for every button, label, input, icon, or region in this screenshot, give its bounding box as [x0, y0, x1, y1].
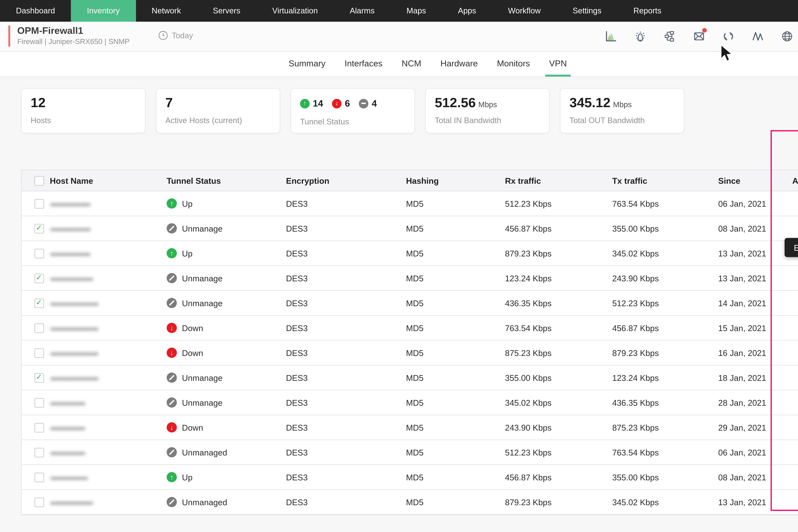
nav-dashboard[interactable]: Dashboard — [0, 0, 71, 22]
row-checkbox[interactable] — [35, 224, 44, 233]
row-checkbox[interactable] — [35, 373, 44, 383]
hashing-cell: MD5 — [406, 340, 505, 365]
tab-summary[interactable]: Summary — [289, 51, 325, 77]
tunnel-status-icon — [167, 397, 177, 407]
nav-servers[interactable]: Servers — [197, 0, 256, 22]
col-tunnel-status[interactable]: Tunnel Status — [167, 170, 286, 191]
host-name[interactable]: ●●●●●●●●●●●●●●●●●● — [50, 374, 97, 382]
nav-virtualization[interactable]: Virtualization — [256, 0, 334, 22]
host-name[interactable]: ●●●●●●●●●●●●●●●●●● — [50, 349, 97, 357]
row-checkbox[interactable] — [35, 274, 44, 283]
host-name[interactable]: ●●●●●●●●●●●●● — [50, 449, 84, 456]
host-name[interactable]: ●●●●●●●●●●●●●●●● — [50, 274, 92, 282]
tunnel-status-label: Unmanage — [182, 224, 222, 233]
tunnel-status-label: Down — [182, 323, 203, 332]
encryption-cell: DES3 — [286, 316, 406, 340]
waveform-icon[interactable] — [751, 30, 764, 43]
row-checkbox[interactable] — [35, 299, 44, 308]
nav-workflow[interactable]: Workflow — [492, 0, 557, 22]
rx-traffic-cell: 512.23 Kbps — [505, 191, 612, 216]
tunnel-status-icon — [167, 198, 177, 209]
tunnel-status-label: Up — [182, 199, 193, 208]
link-icon[interactable] — [722, 30, 735, 43]
select-all-checkbox[interactable] — [35, 176, 44, 186]
tunnel-status-icon — [167, 248, 177, 258]
nav-apps[interactable]: Apps — [442, 0, 492, 22]
tab-ncm[interactable]: NCM — [402, 51, 421, 77]
table-row: ●●●●●●●●●●●●●●●●●● Unmanage DES3 MD5 355… — [22, 365, 798, 390]
row-checkbox[interactable] — [35, 398, 44, 407]
nav-reports[interactable]: Reports — [617, 0, 677, 22]
row-checkbox[interactable] — [35, 249, 44, 258]
since-cell: 28 Jan, 2021 — [718, 390, 792, 415]
globe-icon[interactable] — [781, 30, 794, 43]
row-checkbox[interactable] — [35, 423, 44, 433]
row-checkbox[interactable] — [35, 199, 44, 209]
tab-monitors[interactable]: Monitors — [497, 51, 530, 77]
row-checkbox[interactable] — [35, 473, 44, 482]
col-hashing[interactable]: Hashing — [406, 170, 505, 191]
table-row: ●●●●●●●●●●●●●●● Up DES3 MD5 512.23 Kbps … — [22, 191, 798, 216]
nav-maps[interactable]: Maps — [391, 0, 442, 22]
host-name[interactable]: ●●●●●●●●●●●●●●● — [50, 250, 90, 258]
row-checkbox[interactable] — [35, 323, 44, 333]
device-toolbar — [604, 22, 798, 51]
in-bandwidth-card: 512.56Mbps Total IN Bandwidth — [425, 88, 550, 133]
down-arrow-icon: ↓ — [332, 98, 342, 108]
device-tabbar: Summary Interfaces NCM Hardware Monitors… — [0, 51, 798, 77]
host-name[interactable]: ●●●●●●●●●●●●●●●●●● — [50, 324, 97, 332]
tunnel-status-card: ↑14 ↓6 4 Tunnel Status — [290, 88, 415, 133]
host-name[interactable]: ●●●●●●●●●●●●● — [50, 424, 84, 432]
tunnel-status-label: Up — [182, 472, 193, 482]
tab-interfaces[interactable]: Interfaces — [345, 51, 382, 77]
tab-vpn[interactable]: VPN — [549, 51, 567, 77]
tunnel-status-icon — [167, 472, 177, 482]
col-since[interactable]: Since — [718, 170, 792, 191]
host-name[interactable]: ●●●●●●●●●●●●● — [50, 399, 84, 407]
row-checkbox[interactable] — [35, 497, 44, 507]
active-hosts-label: Active Hosts (current) — [165, 116, 271, 125]
nav-settings[interactable]: Settings — [557, 0, 617, 22]
performance-chart-icon[interactable] — [604, 30, 617, 43]
host-name[interactable]: ●●●●●●●●●●●●●●● — [50, 200, 90, 208]
host-name[interactable]: ●●●●●●●●●●●●●●● — [50, 225, 90, 232]
tx-traffic-cell: 763.54 Kbps — [612, 440, 718, 465]
nav-alarms[interactable]: Alarms — [334, 0, 391, 22]
nav-network[interactable]: Network — [136, 0, 197, 22]
host-name[interactable]: ●●●●●●●●●●●●●●●● — [50, 498, 92, 506]
host-name[interactable]: ●●●●●●●●●●●●●●●●●● — [50, 300, 97, 307]
active-hosts-count: 7 — [165, 95, 271, 110]
out-bandwidth-unit: Mbps — [613, 100, 632, 109]
rx-traffic-cell: 879.23 Kbps — [505, 241, 612, 266]
row-checkbox[interactable] — [35, 348, 44, 358]
rx-traffic-cell: 875.23 Kbps — [505, 340, 612, 365]
tab-hardware[interactable]: Hardware — [440, 51, 478, 77]
topology-icon[interactable] — [663, 30, 676, 43]
hashing-cell: MD5 — [406, 216, 505, 241]
table-row: ●●●●●●●●●●●●●●●●●● Down DES3 MD5 875.23 … — [22, 340, 798, 365]
col-tx-traffic[interactable]: Tx traffic — [612, 170, 718, 191]
encryption-cell: DES3 — [286, 390, 406, 415]
tunnel-status-label: Unmanaged — [182, 448, 227, 457]
col-admin[interactable]: A — [792, 170, 798, 191]
tunnel-status-label: Up — [182, 248, 193, 258]
time-filter[interactable]: Today — [158, 31, 193, 40]
host-name[interactable]: ●●●●●●●●●●●●●● — [50, 474, 87, 481]
encryption-cell: DES3 — [286, 216, 406, 241]
rx-traffic-cell: 456.87 Kbps — [505, 465, 612, 490]
col-host-name[interactable]: Host Name — [50, 170, 167, 191]
device-status-accent — [8, 25, 10, 46]
tunnel-status-label: Unmanage — [182, 273, 222, 283]
since-cell: 14 Jan, 2021 — [718, 290, 792, 316]
nav-inventory[interactable]: Inventory — [71, 0, 136, 22]
in-bandwidth-unit: Mbps — [478, 100, 497, 109]
col-rx-traffic[interactable]: Rx traffic — [505, 170, 612, 191]
tunnel-status-label: Down — [182, 348, 203, 358]
mail-icon[interactable] — [693, 30, 705, 43]
table-row: ●●●●●●●●●●●●● Unmanage DES3 MD5 345.02 K… — [22, 390, 798, 415]
col-encryption[interactable]: Encryption — [286, 170, 406, 191]
tx-traffic-cell: 355.00 Kbps — [612, 465, 718, 490]
row-checkbox[interactable] — [35, 448, 44, 457]
alarm-bell-icon[interactable] — [634, 30, 647, 43]
in-bandwidth-label: Total IN Bandwidth — [435, 116, 540, 125]
